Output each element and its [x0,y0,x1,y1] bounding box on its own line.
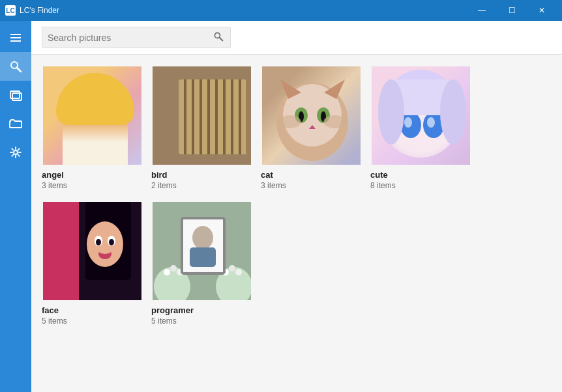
window-controls: — ☐ ✕ [467,0,557,21]
programer-thumb-art [153,202,252,301]
svg-point-24 [427,117,435,128]
gallery: angel 3 items bird 2 items [31,55,562,392]
svg-point-48 [192,226,213,249]
svg-rect-1 [10,37,21,38]
item-label: bird [151,170,256,180]
folder-icon [9,117,22,130]
svg-point-34 [96,239,101,245]
item-label: cute [370,170,475,180]
titlebar: LC LC's Finder — ☐ ✕ [0,0,562,21]
close-button[interactable]: ✕ [527,0,557,21]
item-label: programer [151,305,256,315]
sidebar-item-folders[interactable] [0,109,31,138]
svg-point-35 [109,239,114,245]
cute-thumb-art [372,66,471,166]
item-count: 8 items [370,181,475,190]
main-content: angel 3 items bird 2 items [31,21,562,392]
app-icon: LC [5,5,16,16]
svg-rect-49 [190,247,216,267]
app-title: LC's Finder [20,6,467,15]
sidebar-item-search[interactable] [0,52,31,81]
search-box[interactable] [42,27,231,48]
svg-point-27 [440,79,466,145]
item-count: 2 items [151,181,256,190]
sidebar-item-settings[interactable] [0,138,31,167]
item-count: 3 items [42,181,146,190]
svg-point-31 [87,221,123,267]
svg-rect-2 [10,40,21,42]
menu-icon [9,31,22,44]
svg-line-4 [17,68,21,72]
cat-thumb-art [262,66,362,166]
svg-point-19 [278,115,301,128]
item-label: face [42,305,146,315]
search-button[interactable] [212,30,225,45]
svg-point-42 [170,265,177,272]
svg-point-26 [378,79,404,145]
list-item[interactable]: programer 5 items [151,201,256,326]
sidebar [0,21,31,392]
svg-point-20 [323,115,347,128]
search-input[interactable] [48,33,212,43]
svg-point-37 [98,247,111,254]
svg-point-41 [164,269,170,275]
item-label: cat [261,170,365,180]
sidebar-item-images[interactable] [0,81,31,109]
svg-point-23 [404,117,412,128]
item-count: 5 items [42,316,146,326]
list-item[interactable]: cute 8 items [370,65,475,190]
images-icon [9,89,22,102]
item-count: 3 items [261,181,365,190]
svg-line-9 [220,38,223,41]
svg-point-46 [235,269,242,275]
search-submit-icon [213,31,224,42]
svg-point-45 [229,265,235,272]
list-item[interactable]: bird 2 items [151,65,256,190]
list-item[interactable]: face 5 items [42,201,146,326]
item-label: angel [42,170,146,180]
svg-rect-0 [10,34,21,35]
svg-point-7 [14,150,18,154]
search-icon [9,60,22,73]
maximize-button[interactable]: ☐ [497,0,527,21]
sidebar-item-menu[interactable] [0,23,31,52]
settings-icon [9,146,22,159]
item-count: 5 items [151,316,256,326]
toolbar [31,21,562,55]
face-thumb-art [43,202,143,301]
list-item[interactable]: angel 3 items [42,65,146,190]
list-item[interactable]: cat 3 items [261,65,365,190]
minimize-button[interactable]: — [467,0,497,21]
